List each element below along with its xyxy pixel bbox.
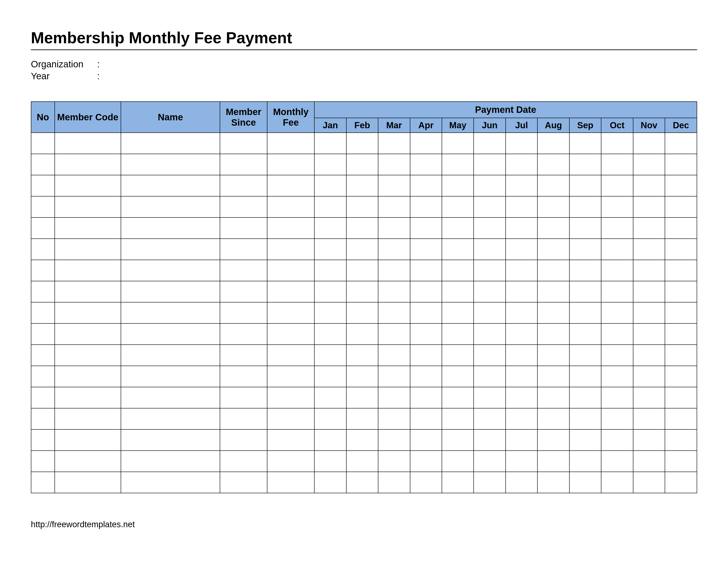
table-cell	[665, 217, 697, 239]
header-payment-date: Payment Date	[314, 102, 697, 118]
table-cell	[474, 324, 505, 345]
table-cell	[633, 281, 665, 302]
table-cell	[569, 260, 601, 281]
table-cell	[121, 345, 220, 366]
table-cell	[601, 175, 633, 196]
table-cell	[601, 302, 633, 324]
table-cell	[378, 154, 410, 175]
table-cell	[474, 345, 505, 366]
table-cell	[220, 154, 267, 175]
table-cell	[31, 451, 55, 472]
table-cell	[314, 387, 346, 408]
organization-label: Organization	[31, 59, 97, 70]
year-colon: :	[97, 71, 101, 81]
table-cell	[474, 260, 505, 281]
table-cell	[346, 133, 378, 154]
table-cell	[474, 366, 505, 387]
table-cell	[267, 302, 314, 324]
table-cell	[220, 387, 267, 408]
table-cell	[378, 302, 410, 324]
table-cell	[537, 387, 569, 408]
table-cell	[410, 472, 442, 493]
table-cell	[665, 196, 697, 217]
table-cell	[31, 217, 55, 239]
table-cell	[220, 133, 267, 154]
header-row-1: No Member Code Name Member Since Monthly…	[31, 102, 697, 118]
table-row	[31, 281, 697, 302]
table-cell	[121, 217, 220, 239]
table-cell	[220, 366, 267, 387]
table-cell	[31, 366, 55, 387]
table-cell	[601, 196, 633, 217]
table-cell	[346, 175, 378, 196]
header-member-code: Member Code	[55, 102, 121, 133]
table-cell	[346, 239, 378, 260]
table-cell	[410, 133, 442, 154]
table-cell	[220, 345, 267, 366]
table-cell	[267, 324, 314, 345]
table-cell	[665, 366, 697, 387]
table-cell	[601, 345, 633, 366]
organization-colon: :	[97, 59, 101, 70]
table-cell	[537, 324, 569, 345]
table-cell	[55, 154, 121, 175]
table-cell	[474, 302, 505, 324]
table-cell	[537, 345, 569, 366]
table-cell	[314, 239, 346, 260]
table-cell	[378, 472, 410, 493]
header-member-since: Member Since	[220, 102, 267, 133]
table-cell	[346, 387, 378, 408]
table-cell	[267, 175, 314, 196]
table-cell	[267, 260, 314, 281]
table-cell	[31, 281, 55, 302]
table-cell	[31, 302, 55, 324]
table-cell	[633, 133, 665, 154]
table-cell	[31, 196, 55, 217]
table-cell	[55, 217, 121, 239]
table-cell	[442, 133, 474, 154]
table-cell	[346, 154, 378, 175]
table-cell	[378, 451, 410, 472]
table-cell	[55, 472, 121, 493]
table-row	[31, 472, 697, 493]
table-cell	[506, 133, 537, 154]
table-cell	[474, 430, 505, 451]
table-cell	[537, 366, 569, 387]
table-cell	[601, 133, 633, 154]
header-month-sep: Sep	[569, 118, 601, 133]
table-cell	[601, 260, 633, 281]
table-cell	[442, 281, 474, 302]
table-cell	[378, 387, 410, 408]
table-cell	[346, 345, 378, 366]
table-cell	[267, 345, 314, 366]
header-name: Name	[121, 102, 220, 133]
table-cell	[346, 302, 378, 324]
table-cell	[267, 472, 314, 493]
table-cell	[665, 451, 697, 472]
table-cell	[378, 366, 410, 387]
table-cell	[601, 324, 633, 345]
table-cell	[569, 217, 601, 239]
year-label: Year	[31, 71, 97, 81]
table-cell	[55, 260, 121, 281]
table-cell	[220, 451, 267, 472]
table-cell	[506, 281, 537, 302]
table-cell	[665, 408, 697, 430]
table-cell	[506, 430, 537, 451]
header-month-feb: Feb	[346, 118, 378, 133]
table-cell	[474, 408, 505, 430]
table-cell	[378, 175, 410, 196]
table-cell	[346, 324, 378, 345]
table-row	[31, 154, 697, 175]
table-cell	[474, 175, 505, 196]
table-cell	[121, 239, 220, 260]
table-cell	[569, 387, 601, 408]
table-cell	[410, 175, 442, 196]
table-cell	[506, 324, 537, 345]
table-cell	[537, 408, 569, 430]
table-cell	[569, 430, 601, 451]
footer-url: http://freewordtemplates.net	[31, 520, 697, 529]
table-cell	[410, 302, 442, 324]
table-cell	[31, 324, 55, 345]
table-cell	[506, 472, 537, 493]
